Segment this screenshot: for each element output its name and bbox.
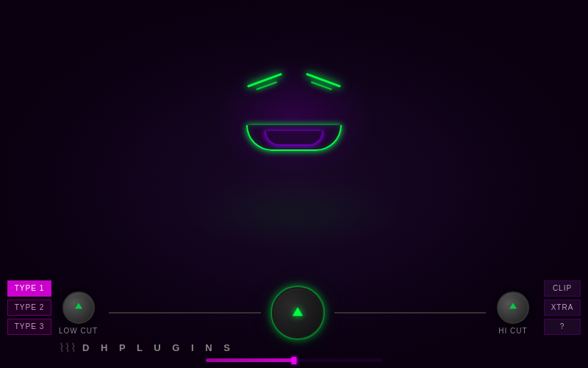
low-cut-container: LOW CUT [59,291,98,335]
mouth-inner [265,131,323,146]
xtra-button[interactable]: XTRA [544,300,581,316]
waveform-icon: ⌇⌇⌇ [59,341,76,355]
hi-cut-container: HI CUT [497,291,529,335]
center-main-knob[interactable] [272,287,323,339]
hi-cut-label: HI CUT [498,327,527,335]
green-glow [184,177,404,250]
controls-row: LOW CUT HI CUT [59,287,529,339]
mouth-area [246,125,342,162]
brand-text: D H P L U G I N S [82,342,234,353]
progress-thumb [292,357,297,364]
main-progress-bar[interactable] [206,358,382,362]
brand-row: ⌇⌇⌇ D H P L U G I N S [59,341,529,355]
mouth-outer [246,125,342,151]
right-action-buttons: CLIP XTRA ? [544,280,581,335]
type-3-button[interactable]: TYPE 3 [7,319,51,335]
eyes-container [220,74,368,87]
question-button[interactable]: ? [544,319,581,335]
main-container: TYPE 1 TYPE 2 TYPE 3 LOW CUT HI CUT [0,0,588,368]
low-cut-knob[interactable] [62,291,95,324]
slider-line-left [109,312,260,314]
hi-cut-knob[interactable] [497,291,529,324]
low-cut-label: LOW CUT [59,327,98,335]
slider-line-right [334,312,486,314]
progress-fill [206,358,294,362]
hi-cut-indicator [509,302,517,308]
low-cut-indicator [75,302,82,308]
clip-button[interactable]: CLIP [544,280,581,297]
type-2-button[interactable]: TYPE 2 [7,300,51,316]
type-1-button[interactable]: TYPE 1 [7,280,51,297]
logo-area [220,74,368,177]
center-knob-container [272,287,323,339]
center-knob-arrow [293,307,303,316]
left-type-buttons: TYPE 1 TYPE 2 TYPE 3 [7,280,51,335]
